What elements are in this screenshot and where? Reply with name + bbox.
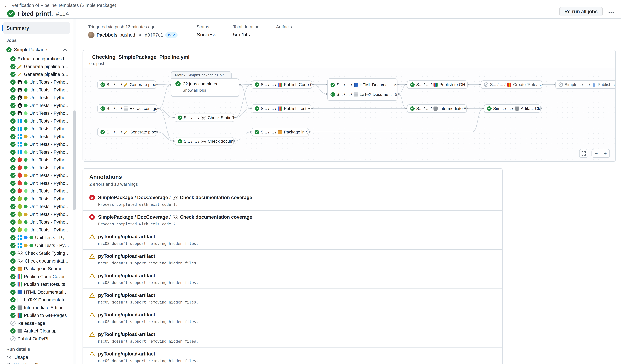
sidebar-job-item[interactable]: Unit Tests - Python 3.11 bbox=[3, 172, 70, 179]
sidebar-scrollbar-thumb[interactable] bbox=[73, 110, 76, 210]
graph-canvas[interactable]: Matrix: SimplePackage / UnitTest... 22 j… bbox=[83, 69, 615, 161]
sidebar-job-item[interactable]: LaTeX Documentation using ... bbox=[3, 296, 70, 304]
annotation-item[interactable]: SimplePackage / DocCoverage /Check docum… bbox=[83, 191, 502, 210]
commit-hash[interactable]: d0f07e1 bbox=[145, 33, 163, 38]
windows-icon bbox=[17, 119, 22, 123]
sidebar-group-simplepackage[interactable]: SimplePackage bbox=[3, 45, 70, 55]
annotation-item[interactable]: SimplePackage / DocCoverage /Check docum… bbox=[83, 210, 502, 230]
annotation-item[interactable]: pyTooling/upload-artifactmacOS doesn't s… bbox=[83, 347, 502, 364]
branch-badge[interactable]: dev bbox=[165, 32, 177, 38]
sidebar-job-item[interactable]: Unit Tests - Python 3.11 bbox=[3, 133, 70, 140]
sidebar-job-item[interactable]: Unit Tests - Python 3.10 bbox=[3, 164, 70, 172]
matrix-show-all-link[interactable]: Show all jobs bbox=[183, 88, 235, 92]
zoom-in-button[interactable]: + bbox=[601, 149, 610, 158]
graph-zoom-controls: − + bbox=[579, 149, 610, 158]
sidebar-job-item[interactable]: Unit Tests - Python 3.9 bbox=[3, 156, 70, 164]
annotation-title-text: Check documentation coverage bbox=[180, 195, 252, 200]
sidebar-job-item[interactable]: Check documentation covera... bbox=[3, 257, 70, 265]
graph-node-publish-ghpages[interactable]: S... / ... /Publish to GH-P...7s bbox=[407, 80, 468, 89]
sidebar-job-item[interactable]: Publish to GH-Pages bbox=[3, 312, 70, 319]
kebab-menu-button[interactable] bbox=[607, 8, 616, 16]
sidebar-job-item[interactable]: Unit Tests - Python 3.11 bbox=[3, 210, 70, 218]
node-path-prefix: S... / ... / bbox=[106, 130, 122, 135]
annotation-item[interactable]: pyTooling/upload-artifactmacOS doesn't s… bbox=[83, 289, 502, 308]
graph-node-latex-doc[interactable]: S... / ... /LaTeX Docume...51s bbox=[328, 90, 397, 99]
sidebar-job-item[interactable]: Unit Tests - Python 3.13 bbox=[3, 226, 70, 234]
graph-node-html-doc[interactable]: S... / ... /HTML Docume...55s bbox=[328, 81, 397, 89]
py-green-icon bbox=[24, 119, 28, 123]
graph-node-intermediate-cleanup[interactable]: S... / ... /Intermediate A...16s bbox=[407, 104, 467, 113]
sidebar-job-item[interactable]: Unit Tests - Python 3.12 bbox=[3, 234, 70, 242]
sidebar-job-item[interactable]: Unit Tests - Python 3.13 bbox=[3, 148, 70, 156]
sidebar-job-item[interactable]: Unit Tests - Python 3.13 bbox=[3, 109, 70, 117]
py-green-icon bbox=[30, 236, 33, 240]
success-icon bbox=[10, 212, 16, 217]
graph-node-generate-params-2[interactable]: S... / ... /Generate pipelin...0s bbox=[97, 128, 156, 136]
sidebar-item-usage[interactable]: Usage bbox=[3, 353, 70, 361]
zoom-out-button[interactable]: − bbox=[591, 149, 601, 158]
success-icon bbox=[10, 87, 16, 92]
breadcrumb-label[interactable]: Verification of Pipeline Templates (Simp… bbox=[12, 3, 116, 8]
bluebook-icon bbox=[17, 290, 22, 294]
sidebar-job-item[interactable]: Publish Test Results bbox=[3, 280, 70, 288]
back-arrow-icon[interactable]: ← bbox=[4, 2, 9, 8]
actor-name[interactable]: Paebbels bbox=[97, 32, 118, 38]
matrix-group-node[interactable]: 22 jobs completed Show all jobs bbox=[171, 78, 239, 97]
graph-node-generate-params-1[interactable]: S... / ... /Generate pipelin...0s bbox=[97, 80, 156, 89]
graph-node-extract-config[interactable]: S... / ... /Extract configur...4s bbox=[97, 104, 157, 113]
graph-node-check-static[interactable]: S... / ... /Check Static Ty...17s bbox=[175, 114, 234, 122]
graph-node-check-doc[interactable]: S... / ... /Check docume...18s bbox=[175, 137, 234, 145]
page-icon bbox=[17, 298, 22, 302]
annotation-item[interactable]: pyTooling/upload-artifactmacOS doesn't s… bbox=[83, 230, 502, 249]
sidebar-job-item[interactable]: Unit Tests - Python 3.12 bbox=[3, 102, 70, 109]
chevron-up-icon[interactable] bbox=[63, 48, 67, 52]
sidebar-job-item[interactable]: Unit Tests - Python 3.9 bbox=[3, 78, 70, 86]
sidebar-job-item[interactable]: Artifact Cleanup bbox=[3, 327, 70, 335]
sidebar-job-item[interactable]: Extract configurations from p... bbox=[3, 55, 70, 63]
sidebar-job-item[interactable]: Unit Tests - Python 3.12 bbox=[3, 242, 70, 249]
annotation-item[interactable]: pyTooling/upload-artifactmacOS doesn't s… bbox=[83, 249, 502, 269]
annotation-item[interactable]: pyTooling/upload-artifactmacOS doesn't s… bbox=[83, 269, 502, 289]
sidebar-job-item[interactable]: Unit Tests - Python 3.12 bbox=[3, 179, 70, 187]
sidebar-job-item[interactable]: Unit Tests - Python 3.10 bbox=[3, 125, 70, 133]
sidebar-job-item[interactable]: PublishOnPyPI bbox=[3, 335, 70, 343]
sidebar-job-item[interactable]: HTML Documentation using ... bbox=[3, 288, 70, 296]
workflow-trigger: on: push bbox=[89, 61, 609, 66]
sidebar-job-item[interactable]: Unit Tests - Python 3.10 bbox=[3, 203, 70, 210]
sidebar-item-summary[interactable]: Summary bbox=[3, 22, 70, 34]
sidebar-job-item[interactable]: Generate pipeline parameters bbox=[3, 70, 70, 78]
success-icon bbox=[101, 106, 105, 111]
apple-red-icon bbox=[17, 158, 22, 162]
graph-node-package[interactable]: S... / ... /Package in Sou...18s bbox=[252, 128, 309, 136]
sidebar-job-item[interactable]: Check Static Typing using Pyt... bbox=[3, 249, 70, 257]
graph-node-publish-pypi[interactable]: Simple... / ... /Publish to PyPI bbox=[555, 80, 616, 89]
sidebar-job-item[interactable]: Unit Tests - Python 3.9 bbox=[3, 195, 70, 203]
graph-node-release-page[interactable]: S... / ... /Create 'Release Pa... bbox=[481, 80, 542, 89]
sidebar-job-item[interactable]: Unit Tests - Python 3.12 bbox=[3, 218, 70, 226]
node-path-prefix: S... / ... / bbox=[261, 130, 276, 135]
annotation-item[interactable]: pyTooling/upload-artifactmacOS doesn't s… bbox=[83, 308, 502, 328]
sidebar-scrollbar-track[interactable] bbox=[73, 19, 76, 364]
sidebar-job-item[interactable]: Package in Source and Wheel... bbox=[3, 265, 70, 273]
node-label: Generate pipelin... bbox=[130, 82, 156, 87]
fullscreen-button[interactable] bbox=[579, 149, 588, 158]
sidebar-job-item[interactable]: Unit Tests - Python 3.10 bbox=[3, 86, 70, 94]
annotation-item[interactable]: pyTooling/upload-artifactmacOS doesn't s… bbox=[83, 328, 502, 347]
avatar[interactable] bbox=[88, 32, 94, 38]
breadcrumb[interactable]: ← Verification of Pipeline Templates (Si… bbox=[4, 2, 615, 8]
sidebar-job-item[interactable]: Unit Tests - Python 3.11 bbox=[3, 94, 70, 102]
sidebar-job-item[interactable]: Generate pipeline parameters bbox=[3, 63, 70, 70]
graph-node-publish-test[interactable]: S... / ... /Publish Test Re...13s bbox=[252, 104, 311, 113]
sidebar-job-item[interactable]: Publish Code Coverage Results bbox=[3, 273, 70, 280]
sidebar-job-item[interactable]: Unit Tests - Python 3.9 bbox=[3, 117, 70, 125]
graph-node-publish-codecov[interactable]: S... / ... /Publish Code C...20s bbox=[252, 80, 312, 89]
warning-icon bbox=[89, 234, 95, 239]
sidebar-item-workflow-file[interactable]: Workflow file bbox=[3, 361, 70, 364]
apple-green-icon bbox=[17, 197, 22, 201]
sidebar-job-item[interactable]: Unit Tests - Python 3.12 bbox=[3, 140, 70, 148]
sidebar-job-item[interactable]: Unit Tests - Python 3.13 bbox=[3, 187, 70, 195]
rerun-all-jobs-button[interactable]: Re-run all jobs bbox=[559, 7, 603, 16]
sidebar-job-item[interactable]: Intermediate Artifact Cleanup bbox=[3, 304, 70, 312]
graph-node-artifact-cleanup[interactable]: Sim... / ... /Artifact Cleanup4s bbox=[484, 104, 541, 113]
sidebar-job-item[interactable]: ReleasePage bbox=[3, 319, 70, 327]
